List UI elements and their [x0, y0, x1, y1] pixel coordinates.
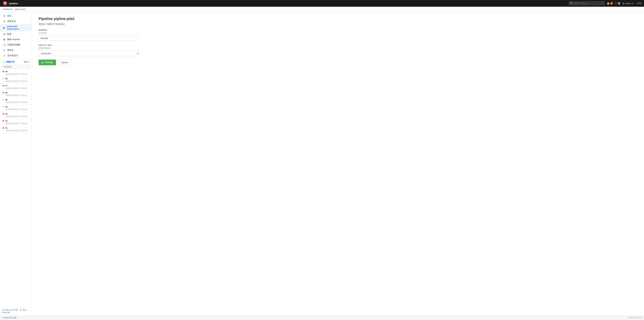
build-time: 2023年12月23日 下午2:47: [2, 94, 29, 97]
branch-group: BRANCH 分支选择: [38, 29, 637, 41]
build-status-icon: ⊗: [2, 84, 4, 87]
top-nav-icons: 🔔 1 🛡 1 👤 admin ▾ ⬚ 注销: [607, 2, 641, 5]
sidebar: ☰状态↺变更历史▶Build with Parameters⚙配置🗑删除 Pip…: [0, 12, 32, 315]
notification-group[interactable]: 🔔 1: [607, 2, 613, 5]
sidebar-item-configure[interactable]: ⚙配置: [0, 31, 32, 37]
trend-button[interactable]: 趋势 ▾: [24, 61, 29, 64]
sidebar-item-full-stage-view[interactable]: 🔍完整阶段视图: [0, 42, 32, 48]
user-menu[interactable]: 👤 admin ▾: [622, 2, 633, 5]
page-title: Pipeline pipline-job2: [38, 17, 637, 21]
trend-chevron-icon: ▾: [28, 61, 29, 63]
breadcrumb-sep-2: ›: [26, 8, 27, 10]
breadcrumb-job[interactable]: pipline-job2: [15, 8, 25, 11]
build-status-icon: ⊗: [2, 127, 4, 129]
build-item[interactable]: ⊗ #7 2023年12月23日 下午2:57: [0, 84, 32, 91]
search-input[interactable]: [574, 2, 601, 5]
build-status-icon: ⊗: [2, 70, 4, 73]
sidebar-item-status[interactable]: ☰状态: [0, 13, 32, 19]
search-help-icon: ?: [602, 2, 603, 4]
build-number: #3: [5, 113, 8, 115]
form-buttons: ▶ 开始构建 Cancel: [38, 60, 637, 65]
sidebar-label-delete-pipeline: 删除 Pipeline: [7, 38, 20, 41]
svg-point-3: [4, 3, 5, 3]
build-item[interactable]: ✓ #8 2023年12月23日 下午3:30: [0, 77, 32, 84]
svg-point-4: [5, 3, 6, 3]
sidebar-icon-pipeline-syntax: ℹ: [3, 54, 6, 57]
sidebar-label-build-with-params: Build with Parameters: [7, 25, 29, 30]
jenkins-logo: Jenkins: [3, 1, 18, 6]
feed-all-link[interactable]: Atom feed 全部: [5, 309, 18, 311]
security-badge: 1: [618, 2, 620, 5]
logout-button[interactable]: ⬚ 注销: [635, 2, 641, 5]
sidebar-item-pipeline-syntax[interactable]: ℹ流水线语法: [0, 53, 32, 58]
build-history-label: 构建历史: [6, 60, 15, 64]
sidebar-label-change-history: 变更历史: [7, 20, 16, 23]
build-time: 2023年12月23日 下午3:30: [2, 80, 29, 83]
build-item[interactable]: ⊗ #6 2023年12月23日 下午2:47: [0, 91, 32, 98]
build-history-icon: 🕐: [2, 61, 5, 63]
sidebar-label-configure: 配置: [7, 33, 12, 36]
build-number: #4: [5, 106, 8, 108]
cancel-button[interactable]: Cancel: [58, 60, 70, 65]
build-list: ⊗ #9 2023年12月23日 下午3:34 ✓ #8 2023年12月23日…: [0, 70, 32, 307]
footer: Jenkins 中文社区 Jenkins 2.414.3: [0, 315, 644, 320]
filter-input[interactable]: [2, 65, 30, 69]
shield-icon: 🛡: [615, 2, 617, 5]
notification-badge: 1: [610, 2, 613, 5]
build-time: 2023年12月23日 下午2:08: [2, 108, 29, 111]
sidebar-item-rename[interactable]: ✏重命名: [0, 48, 32, 53]
deploy-env-select[interactable]: productionstagingdevelopment: [38, 51, 139, 56]
build-status-icon: ✓: [2, 99, 4, 101]
svg-point-2: [4, 2, 6, 3]
build-button[interactable]: ▶ 开始构建: [38, 60, 56, 65]
sidebar-icon-change-history: ↺: [3, 20, 6, 23]
sidebar-label-rename: 重命名: [7, 49, 14, 52]
build-item[interactable]: ⊗ #9 2023年12月23日 下午3:34: [0, 70, 32, 77]
logout-icon: ⬚: [635, 2, 636, 5]
breadcrumb-dashboard[interactable]: Dashboard: [3, 8, 12, 11]
build-item[interactable]: ⊗ #3 2023年12月23日 下午2:03: [0, 112, 32, 119]
deploy-env-group: DEPLOY_ENV 部署环境选择 productionstagingdevel…: [38, 44, 637, 56]
filter-box[interactable]: /: [0, 64, 32, 70]
sidebar-icon-build-with-params: ▶: [3, 26, 6, 29]
build-history-title: 🕐 构建历史: [2, 60, 15, 64]
bell-icon: 🔔: [607, 2, 610, 5]
feed-icon-1: 📡: [2, 309, 5, 311]
build-number: #5: [5, 99, 8, 101]
branch-input[interactable]: [38, 36, 139, 41]
security-group[interactable]: 🛡 1: [615, 2, 620, 5]
build-item[interactable]: ⊗ #2 2023年12月23日 下午2:02: [0, 119, 32, 126]
build-status-icon: ⊗: [2, 120, 4, 122]
jenkins-logo-icon: [3, 1, 8, 6]
branch-label: BRANCH: [38, 29, 637, 31]
search-icon: 🔍: [570, 2, 573, 5]
build-time: 2023年12月23日 下午2:02: [2, 129, 29, 132]
build-item[interactable]: ✓ #5 2023年12月23日 下午2:38: [0, 98, 32, 105]
build-feeds: 📡 Atom feed 全部 📡 Atom feed 失败: [0, 307, 32, 315]
trend-label: 趋势: [24, 61, 28, 64]
sidebar-item-delete-pipeline[interactable]: 🗑删除 Pipeline: [0, 37, 32, 42]
breadcrumb: Dashboard › pipline-job2 ›: [0, 7, 644, 12]
deploy-env-label: DEPLOY_ENV: [38, 44, 637, 46]
build-time: 2023年12月23日 下午2:02: [2, 122, 29, 125]
sidebar-icon-status: ☰: [3, 15, 6, 17]
sidebar-icon-delete-pipeline: 🗑: [3, 38, 6, 41]
feed-icon-2: 📡: [20, 309, 22, 311]
jenkins-title: Jenkins: [9, 2, 18, 5]
build-number: #8: [5, 78, 8, 80]
sidebar-label-pipeline-syntax: 流水线语法: [7, 54, 18, 57]
build-item[interactable]: ⊗ #1 2023年12月23日 下午2:02: [0, 126, 32, 133]
footer-version: Jenkins 2.414.3: [628, 316, 641, 319]
build-time: 2023年12月23日 下午2:38: [2, 101, 29, 104]
deploy-env-sublabel: 部署环境选择: [38, 47, 637, 50]
sidebar-label-full-stage-view: 完整阶段视图: [7, 43, 20, 46]
chevron-down-icon: ▾: [632, 2, 633, 5]
sidebar-icon-full-stage-view: 🔍: [3, 44, 6, 46]
footer-community-link[interactable]: Jenkins 中文社区: [3, 316, 17, 319]
sidebar-label-status: 状态: [7, 15, 12, 18]
sidebar-item-build-with-params[interactable]: ▶Build with Parameters: [0, 24, 32, 31]
sidebar-item-change-history[interactable]: ↺变更历史: [0, 19, 32, 24]
search-box[interactable]: 🔍 ?: [568, 1, 604, 5]
content-area: Pipeline pipline-job2 需要如下参数用于构建项目: BRAN…: [32, 12, 644, 315]
build-item[interactable]: ✓ #4 2023年12月23日 下午2:08: [0, 105, 32, 112]
